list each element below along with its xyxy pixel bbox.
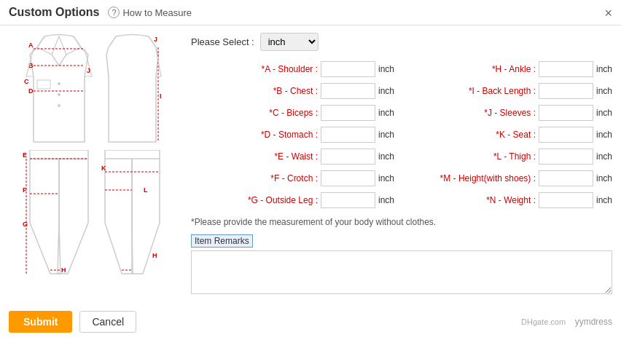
- svg-text:E: E: [23, 151, 27, 159]
- field-row-M: *M - Height(with shoes) : inch: [409, 170, 612, 186]
- svg-rect-15: [30, 150, 88, 159]
- field-input-C[interactable]: [321, 105, 375, 121]
- close-button[interactable]: ×: [604, 6, 612, 21]
- field-row-I: *I - Back Length : inch: [409, 83, 612, 99]
- field-row-E: *E - Waist : inch: [191, 149, 394, 165]
- pants-back-diagram: K L H: [101, 150, 163, 277]
- svg-point-3: [58, 104, 60, 107]
- footer: Submit Cancel DHgate.com yymdress: [0, 304, 621, 340]
- svg-text:H: H: [61, 266, 66, 274]
- field-label-B: *B - Chest :: [273, 86, 318, 96]
- jacket-side-diagram: I J: [101, 33, 163, 146]
- field-unit-F: inch: [378, 173, 394, 183]
- modal-body: A B C D J I: [0, 25, 621, 304]
- suit-diagrams: A B C D J I: [23, 33, 163, 146]
- submit-button[interactable]: Submit: [9, 311, 72, 333]
- field-input-F[interactable]: [321, 170, 375, 186]
- field-row-F: *F - Crotch : inch: [191, 170, 394, 186]
- field-unit-B: inch: [378, 86, 394, 96]
- svg-point-2: [58, 93, 60, 96]
- footer-actions: Submit Cancel: [9, 311, 136, 333]
- how-to-measure-label: How to Measure: [122, 7, 192, 18]
- field-row-L: *L - Thigh : inch: [409, 149, 612, 165]
- field-row-B: *B - Chest : inch: [191, 83, 394, 99]
- field-label-D: *D - Stomach :: [261, 130, 318, 140]
- field-input-H[interactable]: [539, 61, 593, 77]
- unit-select-row: Please Select : inch cm: [191, 33, 612, 51]
- svg-text:C: C: [24, 78, 29, 85]
- unit-select[interactable]: inch cm: [260, 33, 319, 51]
- select-label: Please Select :: [191, 36, 254, 47]
- remarks-label: Item Remarks: [191, 234, 253, 248]
- field-input-G[interactable]: [321, 192, 375, 208]
- field-label-G: *G - Outside Leg :: [248, 195, 318, 205]
- field-input-L[interactable]: [539, 149, 593, 165]
- field-label-J: *J - Sleeves :: [484, 108, 536, 118]
- field-unit-N: inch: [596, 195, 612, 205]
- brand-label: DHgate.com yymdress: [521, 317, 612, 327]
- field-row-D: *D - Stomach : inch: [191, 127, 394, 143]
- field-unit-L: inch: [596, 151, 612, 162]
- field-input-A[interactable]: [321, 61, 375, 77]
- field-row-C: *C - Biceps : inch: [191, 105, 394, 121]
- field-input-E[interactable]: [321, 149, 375, 165]
- field-input-N[interactable]: [539, 192, 593, 208]
- field-row-G: *G - Outside Leg : inch: [191, 192, 394, 208]
- field-unit-A: inch: [378, 64, 394, 74]
- measurement-note: *Please provide the measurement of your …: [191, 217, 612, 227]
- field-label-I: *I - Back Length :: [469, 86, 536, 96]
- field-unit-K: inch: [596, 130, 612, 140]
- svg-text:G: G: [23, 221, 28, 228]
- field-unit-E: inch: [378, 151, 394, 162]
- field-unit-M: inch: [596, 173, 612, 183]
- field-row-A: *A - Shoulder : inch: [191, 61, 394, 77]
- svg-text:J: J: [87, 67, 90, 74]
- field-row-K: *K - Seat : inch: [409, 127, 612, 143]
- svg-rect-0: [37, 80, 50, 89]
- field-unit-I: inch: [596, 86, 612, 96]
- jacket-front-diagram: A B C D J: [23, 33, 95, 146]
- svg-text:I: I: [160, 92, 162, 100]
- svg-text:H: H: [152, 252, 157, 259]
- svg-text:D: D: [28, 87, 34, 95]
- cancel-button[interactable]: Cancel: [79, 311, 136, 333]
- remarks-section: Item Remarks: [191, 234, 612, 296]
- svg-text:A: A: [28, 41, 34, 49]
- how-to-measure-link[interactable]: ? How to Measure: [108, 7, 192, 18]
- field-label-H: *H - Ankle :: [492, 64, 536, 74]
- field-input-J[interactable]: [539, 105, 593, 121]
- field-unit-H: inch: [596, 64, 612, 74]
- field-input-K[interactable]: [539, 127, 593, 143]
- field-input-D[interactable]: [321, 127, 375, 143]
- field-row-N: *N - Weight : inch: [409, 192, 612, 208]
- field-row-J: *J - Sleeves : inch: [409, 105, 612, 121]
- field-unit-C: inch: [378, 108, 394, 118]
- field-input-I[interactable]: [539, 83, 593, 99]
- svg-rect-24: [105, 150, 160, 159]
- field-label-A: *A - Shoulder :: [262, 64, 318, 74]
- field-label-K: *K - Seat :: [496, 130, 536, 140]
- svg-text:J: J: [154, 36, 157, 43]
- field-unit-D: inch: [378, 130, 394, 140]
- pants-front-diagram: E F G H: [23, 150, 95, 277]
- measurement-fields-grid: *A - Shoulder : inch *H - Ankle : inch *…: [191, 61, 612, 208]
- field-label-C: *C - Biceps :: [269, 108, 318, 118]
- field-label-L: *L - Thigh :: [493, 151, 536, 162]
- field-unit-J: inch: [596, 108, 612, 118]
- svg-text:L: L: [144, 186, 148, 194]
- pants-diagrams: E F G H K: [23, 150, 163, 277]
- field-input-B[interactable]: [321, 83, 375, 99]
- field-label-E: *E - Waist :: [274, 151, 318, 162]
- modal-header: Custom Options ? How to Measure ×: [0, 0, 621, 25]
- field-unit-G: inch: [378, 195, 394, 205]
- field-label-F: *F - Crotch :: [270, 173, 318, 183]
- modal-title: Custom Options: [9, 6, 99, 19]
- svg-text:K: K: [101, 165, 106, 172]
- field-row-H: *H - Ankle : inch: [409, 61, 612, 77]
- field-label-M: *M - Height(with shoes) :: [440, 173, 536, 183]
- field-input-M[interactable]: [539, 170, 593, 186]
- svg-point-1: [58, 82, 60, 85]
- field-label-N: *N - Weight :: [486, 195, 536, 205]
- remarks-textarea[interactable]: [191, 250, 612, 294]
- form-section: Please Select : inch cm *A - Shoulder : …: [176, 33, 612, 296]
